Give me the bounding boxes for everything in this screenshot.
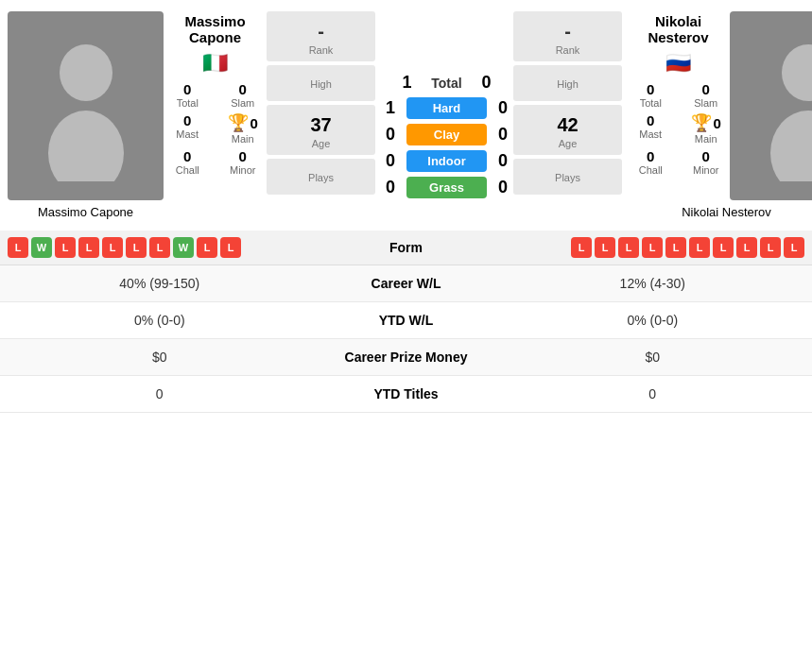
bstat-left-1: 0% (0-0)	[8, 313, 312, 328]
left-player-flag: 🇮🇹	[202, 51, 228, 76]
form-badge-right-7: L	[736, 237, 757, 258]
bstat-row-0: 40% (99-150) Career W/L 12% (4-30)	[0, 265, 812, 302]
svg-point-1	[48, 111, 124, 181]
bstat-left-2: $0	[8, 350, 312, 365]
left-age-box: 37 Age	[267, 105, 375, 155]
form-badge-left-0: L	[8, 237, 28, 258]
bstat-center-2: Career Prize Money	[312, 350, 501, 365]
left-player-name: Massimo Capone	[184, 11, 245, 47]
left-avatar	[8, 11, 164, 200]
grass-button[interactable]: Grass	[406, 177, 487, 198]
svg-point-2	[782, 44, 813, 101]
form-badge-left-5: L	[126, 237, 147, 258]
clay-button[interactable]: Clay	[406, 124, 487, 145]
form-badge-right-0: L	[571, 237, 592, 258]
right-stat-mast: 0 Mast	[629, 112, 673, 145]
form-badges-left: LWLLLLLWLL	[8, 237, 369, 258]
bstat-right-3: 0	[501, 386, 805, 401]
form-badge-right-2: L	[618, 237, 639, 258]
names-below-row: Massimo Capone Nikolai Nesterov	[0, 205, 812, 227]
left-stat-minor: 0 Minor	[221, 148, 266, 176]
bstat-right-1: 0% (0-0)	[501, 313, 805, 328]
right-rank-box: - Rank	[513, 11, 622, 61]
right-stat-chall: 0 Chall	[629, 148, 673, 176]
right-age-box: 42 Age	[513, 105, 622, 155]
form-badge-left-7: W	[173, 237, 194, 258]
right-player-name: Nikolai Nesterov	[648, 11, 708, 47]
left-stat-boxes: - Rank High 37 Age Plays	[267, 11, 380, 195]
form-badge-right-1: L	[595, 237, 615, 258]
form-badge-right-6: L	[713, 237, 734, 258]
page-wrapper: Massimo Capone 🇮🇹 0 Total 0 Slam 0 Mast	[0, 0, 812, 413]
score-row-grass: 0 Grass 0	[382, 177, 511, 198]
score-row-hard: 1 Hard 0	[382, 97, 511, 119]
left-stat-mast: 0 Mast	[165, 112, 210, 145]
bstat-center-1: YTD W/L	[312, 313, 501, 328]
left-info-col: Massimo Capone 🇮🇹 0 Total 0 Slam 0 Mast	[165, 11, 265, 176]
form-badge-right-4: L	[665, 237, 686, 258]
indoor-button[interactable]: Indoor	[406, 150, 487, 172]
bstat-row-1: 0% (0-0) YTD W/L 0% (0-0)	[0, 302, 812, 339]
svg-point-3	[770, 111, 813, 181]
bottom-stats: 40% (99-150) Career W/L 12% (4-30) 0% (0…	[0, 265, 812, 413]
bstat-left-0: 40% (99-150)	[8, 276, 312, 291]
form-badge-left-9: L	[220, 237, 241, 258]
right-avatar	[730, 11, 812, 200]
form-badge-right-8: L	[760, 237, 781, 258]
middle-scores-col: 1 Total 0 1 Hard 0 0 Clay 0 0	[382, 11, 511, 198]
bstat-row-2: $0 Career Prize Money $0	[0, 339, 812, 376]
right-high-box: High	[513, 65, 622, 101]
score-row-clay: 0 Clay 0	[382, 124, 511, 145]
bstat-left-3: 0	[8, 386, 312, 401]
form-title: Form	[369, 240, 444, 255]
form-badge-right-9: L	[784, 237, 804, 258]
svg-point-0	[60, 44, 112, 101]
right-stat-boxes: - Rank High 42 Age Plays	[513, 11, 627, 195]
form-badges-right: LLLLLLLLLL	[444, 237, 805, 258]
bstat-center-0: Career W/L	[312, 276, 501, 291]
left-stat-slam: 0 Slam	[221, 81, 266, 109]
left-high-box: High	[267, 65, 375, 101]
right-name-below: Nikolai Nesterov	[648, 205, 804, 219]
form-badge-left-4: L	[102, 237, 123, 258]
form-badge-left-6: L	[149, 237, 170, 258]
top-area: Massimo Capone 🇮🇹 0 Total 0 Slam 0 Mast	[0, 0, 812, 205]
right-stat-slam: 0 Slam	[684, 81, 729, 109]
left-rank-box: - Rank	[267, 11, 375, 61]
right-info-col: Nikolai Nesterov 🇷🇺 0 Total 0 Slam 0 Mas…	[629, 11, 728, 176]
score-row-indoor: 0 Indoor 0	[382, 150, 511, 172]
form-badge-left-1: W	[31, 237, 52, 258]
left-stat-total: 0 Total	[165, 81, 210, 109]
left-trophy-icon: 🏆	[228, 112, 249, 133]
form-area: LWLLLLLWLL Form LLLLLLLLLL	[0, 231, 812, 265]
form-badge-right-3: L	[642, 237, 663, 258]
right-stat-total: 0 Total	[629, 81, 673, 109]
right-stat-minor: 0 Minor	[684, 148, 729, 176]
score-rows-area: 1 Total 0 1 Hard 0 0 Clay 0 0	[382, 73, 511, 198]
left-plays-box: Plays	[267, 159, 375, 195]
right-stat-main: 🏆 0 Main	[684, 112, 729, 145]
hard-button[interactable]: Hard	[406, 97, 487, 119]
bstat-right-0: 12% (4-30)	[501, 276, 805, 291]
left-stat-chall: 0 Chall	[165, 148, 210, 176]
form-badge-left-3: L	[78, 237, 99, 258]
bstat-right-2: $0	[501, 350, 805, 365]
left-stat-main: 🏆 0 Main	[221, 112, 266, 145]
score-row-total: 1 Total 0	[382, 73, 511, 93]
form-badge-left-2: L	[55, 237, 76, 258]
right-player-flag: 🇷🇺	[665, 51, 691, 76]
right-plays-box: Plays	[513, 159, 622, 195]
bstat-center-3: YTD Titles	[312, 386, 501, 401]
right-trophy-icon: 🏆	[691, 112, 712, 133]
form-badge-left-8: L	[197, 237, 217, 258]
left-name-below: Massimo Capone	[8, 205, 164, 219]
bstat-row-3: 0 YTD Titles 0	[0, 376, 812, 413]
form-badge-right-5: L	[689, 237, 710, 258]
